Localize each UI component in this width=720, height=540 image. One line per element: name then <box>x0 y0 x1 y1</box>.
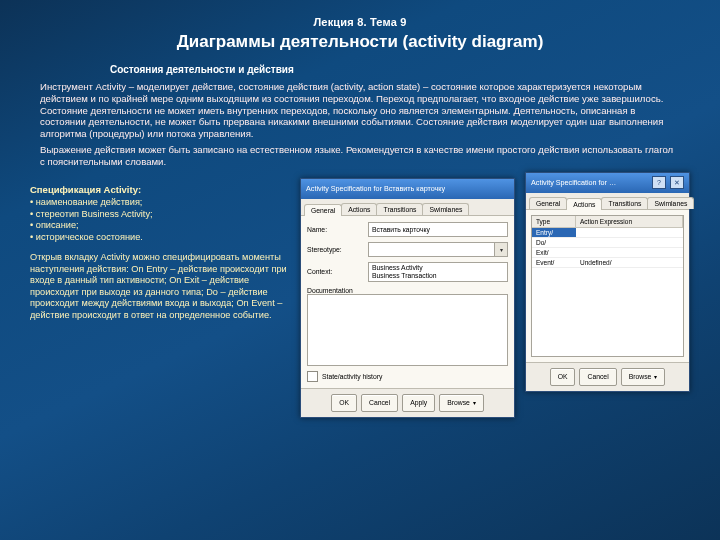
context-item[interactable]: Business Activity <box>372 264 504 272</box>
tab-strip: General Actions Transitions Swimlanes <box>526 193 689 210</box>
spec-item: историческое состояние. <box>30 232 288 244</box>
titlebar-text: Activity Specification for … <box>531 178 616 187</box>
page-title: Диаграммы деятельности (activity diagram… <box>30 32 690 52</box>
grid-cell-expr <box>576 228 683 237</box>
cancel-button[interactable]: Cancel <box>579 368 616 386</box>
context-label: Context: <box>307 268 363 275</box>
lecture-pretitle: Лекция 8. Тема 9 <box>30 16 690 28</box>
spec-item: стереотип Business Activity; <box>30 209 288 221</box>
grid-row[interactable]: Entry/ <box>532 228 683 238</box>
stereotype-combo[interactable]: ▾ <box>368 242 508 257</box>
dialog-window-actions: Activity Specification for … ? ✕ General… <box>525 172 690 392</box>
body-paragraph-1: Инструмент Activity – моделирует действи… <box>40 81 680 140</box>
chevron-down-icon: ▾ <box>654 374 657 380</box>
browse-button[interactable]: Browse▾ <box>439 394 484 412</box>
titlebar-text: Activity Specification for Вставить карт… <box>306 184 445 193</box>
help-button[interactable]: ? <box>652 176 666 189</box>
ok-button[interactable]: OK <box>550 368 576 386</box>
dialog-window-general: Activity Specification for Вставить карт… <box>300 178 515 418</box>
grid-cell-expr <box>576 238 683 247</box>
grid-cell-type: Event/ <box>532 258 576 267</box>
apply-button[interactable]: Apply <box>402 394 435 412</box>
stereotype-label: Stereotype: <box>307 246 363 253</box>
body-paragraph-2: Выражение действия может быть записано н… <box>40 144 680 168</box>
tab-strip: General Actions Transitions Swimlanes <box>301 199 514 216</box>
name-label: Name: <box>307 226 363 233</box>
tab-actions[interactable]: Actions <box>341 203 377 215</box>
tab-general[interactable]: General <box>529 197 567 209</box>
spec-item: описание; <box>30 220 288 232</box>
tab-swimlanes[interactable]: Swimlanes <box>422 203 469 215</box>
chevron-down-icon: ▾ <box>473 400 476 406</box>
close-button[interactable]: ✕ <box>670 176 684 189</box>
grid-header-expression: Action Expression <box>576 216 683 227</box>
tab-transitions[interactable]: Transitions <box>601 197 648 209</box>
documentation-label: Documentation <box>307 287 508 294</box>
cancel-button[interactable]: Cancel <box>361 394 398 412</box>
grid-cell-expr <box>576 248 683 257</box>
tab-actions[interactable]: Actions <box>566 198 602 210</box>
actions-grid[interactable]: Type Action Expression Entry/ Do/ Ex <box>531 215 684 357</box>
context-list[interactable]: Business Activity Business Transaction <box>368 262 508 282</box>
history-checkbox-label: State/activity history <box>322 373 382 380</box>
tab-swimlanes[interactable]: Swimlanes <box>647 197 694 209</box>
grid-row[interactable]: Event/ Undefined/ <box>532 258 683 268</box>
spec-list: наименование действия; стереотип Busines… <box>30 197 288 245</box>
grid-row[interactable]: Exit/ <box>532 248 683 258</box>
spec-title: Спецификация Activity: <box>30 184 288 195</box>
section-subhead: Состояния деятельности и действия <box>110 64 690 75</box>
titlebar: Activity Specification for … ? ✕ <box>526 173 689 193</box>
ok-button[interactable]: OK <box>331 394 357 412</box>
chevron-down-icon: ▾ <box>494 243 507 256</box>
body-paragraph-3: Открыв вкладку Activity можно специфицир… <box>30 252 288 321</box>
grid-cell-type: Do/ <box>532 238 576 247</box>
context-item[interactable]: Business Transaction <box>372 272 504 280</box>
tab-general[interactable]: General <box>304 204 342 216</box>
grid-cell-type: Exit/ <box>532 248 576 257</box>
grid-row[interactable]: Do/ <box>532 238 683 248</box>
grid-header-type: Type <box>532 216 576 227</box>
grid-cell-type: Entry/ <box>532 228 576 237</box>
grid-cell-expr: Undefined/ <box>576 258 683 267</box>
documentation-textarea[interactable] <box>307 294 508 366</box>
spec-item: наименование действия; <box>30 197 288 209</box>
browse-button[interactable]: Browse▾ <box>621 368 666 386</box>
titlebar: Activity Specification for Вставить карт… <box>301 179 514 199</box>
history-checkbox[interactable] <box>307 371 318 382</box>
name-input[interactable]: Вставить карточку <box>368 222 508 237</box>
tab-transitions[interactable]: Transitions <box>376 203 423 215</box>
